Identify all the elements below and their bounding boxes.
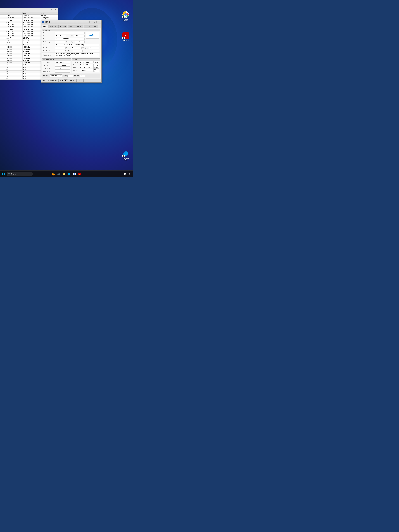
clock-time: ~ — [131, 173, 132, 175]
row-min: 4088 MHz — [23, 62, 40, 64]
intel-logo: intel. — [89, 33, 96, 37]
rated-fsb-label: Rated FSB — [43, 71, 55, 72]
processor-name-value: Intel Core — [55, 32, 85, 34]
processor-extfamily-row: Ext. Family 6 Ext. Model 9E Revision P0 — [42, 50, 100, 52]
tools-button-group: Tools ▼ — [58, 79, 67, 82]
cpuz-content: Processor Name Intel Core Code Name Coff… — [41, 28, 101, 79]
table-row: 42 °C (107 °F) 41 °C (105 °F) 55 °C (131… — [0, 17, 58, 19]
cpuz-window: Z CPU-Z — □ ✕ CPU Mainboard Memory SPD G… — [41, 20, 101, 83]
level3-row: Level 3 16 MBytes 16-way — [73, 69, 99, 72]
socket-select[interactable]: Socket #1 — [50, 74, 62, 77]
model-value: E — [71, 47, 82, 49]
close-button[interactable]: Close — [76, 79, 83, 82]
desktop-icon-chrome[interactable]: ↗ Google Chrome — [120, 11, 131, 22]
level3-value: 16 MBytes — [80, 69, 93, 71]
tab-mainboard[interactable]: Mainboard — [48, 25, 59, 28]
windows-start-button[interactable] — [1, 172, 6, 176]
desktop: ↗ Google Chrome B ↗ BeamN... — [0, 0, 133, 177]
hwmonitor-maximize-btn[interactable]: □ — [50, 9, 53, 11]
hwmonitor-minimize-btn[interactable]: — — [47, 9, 50, 11]
family-group: 6 Model E Stepping C — [55, 47, 99, 49]
l1-data-label: L1 Data — [73, 62, 79, 63]
processor-fields: Name Intel Core Code Name Coffee Lake Ma… — [42, 32, 85, 43]
row-label: et — [0, 14, 5, 17]
tab-graphics[interactable]: Graphics — [74, 25, 83, 28]
tab-about[interactable]: About — [91, 25, 98, 28]
taskbar: 🔍 Поиск 🍊 📹 📁 — [0, 171, 133, 177]
hwmonitor-col-max: Max — [40, 12, 58, 14]
desktop-icon-edge[interactable]: ↗ Microsoft Edge — [120, 150, 131, 162]
processor-section-title: Processor — [42, 29, 100, 32]
taskbar-icon-windows[interactable] — [67, 172, 71, 176]
search-icon: 🔍 — [8, 173, 10, 175]
threads-value: 16 — [80, 75, 85, 77]
desktop-icon-beamng[interactable]: B ↗ BeamN... — [120, 32, 131, 42]
shortcut-arrow-beamng: ↗ — [122, 37, 125, 39]
cpuz-window-controls: — □ ✕ — [89, 21, 100, 23]
family-label: Family — [43, 47, 55, 49]
level2-way: 4-way — [93, 66, 99, 68]
taskbar-icon-folder[interactable]: 📁 — [62, 172, 66, 176]
core-speed-row: Core Speed 4889.22 MHz — [42, 61, 71, 64]
processor-instructions-row: Instructions MMX, SSE, SSE2, SSE3, SSSE3… — [42, 52, 100, 57]
cpuz-minimize-btn[interactable]: — — [89, 21, 93, 23]
technology-value: 14 nm — [55, 41, 65, 43]
row-min: 0 % — [23, 77, 40, 80]
codename-value: Coffee Lake — [55, 35, 66, 37]
codename-label: Code Name — [43, 35, 55, 37]
row-min: 4089 MHz — [23, 46, 40, 48]
technology-label: Technology — [43, 41, 55, 43]
l1-data-value: 8 x 32 KBytes — [80, 61, 93, 63]
bus-speed-row: Bus Speed 99.73 MHz — [42, 67, 71, 70]
cpuz-icon: Z — [42, 21, 44, 23]
windows-squares-icon — [68, 173, 70, 175]
system-tray-icons: 🖥 — [128, 173, 130, 175]
tab-bench[interactable]: Bench — [84, 25, 91, 28]
row-min: 40 °C (104 °F) — [23, 28, 40, 30]
tab-memory[interactable]: Memory — [59, 25, 67, 28]
svg-rect-11 — [69, 174, 70, 175]
cpuz-close-btn[interactable]: ✕ — [97, 21, 100, 23]
row-min: 39 °C (102 °F) — [23, 32, 40, 35]
taskbar-icon-video[interactable]: 📹 — [56, 172, 61, 176]
model-label: Model — [66, 47, 70, 49]
tools-button[interactable]: Tools — [58, 79, 64, 82]
taskbar-right: ^ ENG 🖥 ~ — [123, 173, 132, 175]
row-value: 6.41 W — [5, 41, 23, 44]
core-voltage-label: Core Voltage — [66, 41, 74, 43]
row-value: 4888 MHz — [5, 53, 23, 55]
row-value: 0 % — [5, 77, 23, 80]
taskbar-icon-chrome[interactable] — [72, 172, 77, 176]
tab-spd[interactable]: SPD — [68, 25, 74, 28]
ext-family-value: 6 — [55, 50, 65, 52]
row-value: 4589 MHz — [5, 48, 23, 51]
tab-cpu[interactable]: CPU — [42, 25, 48, 28]
row-value: 4589 MHz — [5, 59, 23, 62]
hwmonitor-close-btn[interactable]: ✕ — [54, 9, 57, 11]
intel-logo-text: intel. — [89, 33, 96, 37]
taskbar-chrome-icon — [73, 173, 76, 176]
row-min: 0 % — [23, 75, 40, 77]
shortcut-arrow-edge: ↗ — [122, 155, 125, 157]
processor-family-row: Family 6 Model E Stepping C — [42, 46, 100, 50]
row-min: 0 % — [23, 73, 40, 75]
tools-dropdown-arrow[interactable]: ▼ — [64, 79, 67, 82]
show-hidden-icon[interactable]: ^ — [123, 173, 124, 175]
svg-rect-10 — [68, 174, 69, 175]
intel-logo-box: intel. — [86, 32, 99, 38]
row-value: 4389 MHz — [5, 46, 23, 48]
taskbar-icon-hwinfo[interactable]: ⚡ — [77, 172, 82, 176]
taskbar-icon-fruit[interactable]: 🍊 — [51, 172, 56, 176]
search-bar[interactable]: 🔍 Поиск — [6, 172, 33, 176]
hwmonitor-col-label — [0, 12, 5, 14]
instructions-value: MMX, SSE, SSE2, SSE3, SSSE3, SSE4.1, SSE… — [55, 53, 99, 57]
rated-fsb-value — [55, 70, 70, 73]
shortcut-arrow: ↗ — [122, 16, 125, 18]
clock[interactable]: ~ — [131, 173, 132, 175]
row-value: 41 °C (105 °F) — [5, 28, 23, 30]
processor-spec-row: Specification Genuine Intel® CPU 0000 @ … — [42, 43, 100, 46]
cpuz-maximize-btn[interactable]: □ — [93, 21, 97, 23]
validate-button[interactable]: Validate — [67, 79, 76, 82]
cpuz-titlebar: Z CPU-Z — □ ✕ — [41, 20, 101, 24]
beamng-icon-img: B ↗ — [122, 32, 129, 39]
